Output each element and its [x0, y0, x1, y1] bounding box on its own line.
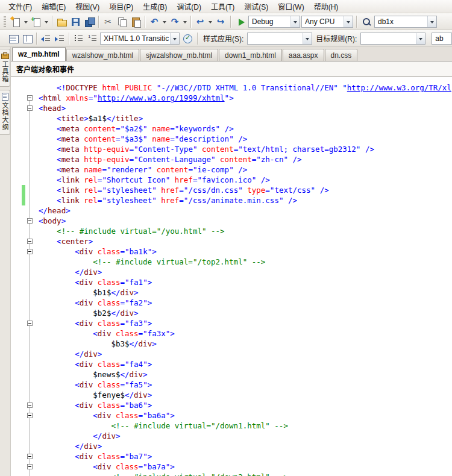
code-line[interactable]: <head>: [11, 103, 452, 113]
undo-icon[interactable]: [148, 15, 161, 28]
chevron-down-icon[interactable]: [303, 33, 312, 44]
code-line[interactable]: </div>: [11, 431, 452, 441]
view-code-icon[interactable]: [7, 32, 20, 45]
menu-item[interactable]: 视图(V): [71, 0, 104, 13]
cut-icon[interactable]: [101, 15, 115, 28]
code-line[interactable]: </div>: [11, 441, 452, 451]
chevron-down-icon[interactable]: [162, 15, 168, 28]
code-line[interactable]: </div>: [11, 267, 452, 277]
chevron-down-icon[interactable]: [427, 16, 436, 27]
code-line[interactable]: <div class="fa1">: [11, 277, 452, 287]
collapse-region-icon[interactable]: [27, 464, 33, 469]
code-line-text[interactable]: <div class="ba1k">: [35, 246, 452, 257]
code-line-text[interactable]: <div class="fa1">: [35, 277, 452, 287]
document-tab[interactable]: aaa.aspx: [283, 49, 324, 61]
code-line[interactable]: <div class="fa5">: [11, 380, 452, 390]
code-line-text[interactable]: <!-- #include virtual="/top2.html" -->: [35, 257, 452, 267]
menu-item[interactable]: 调试(D): [172, 0, 206, 13]
document-tab[interactable]: wzalshow_mb.html: [66, 49, 139, 61]
code-line-text[interactable]: <!-- #include virtual="/down2.html" -->: [35, 472, 452, 476]
code-line[interactable]: <title>$a1$</title>: [11, 113, 452, 124]
code-line[interactable]: $b1$</div>: [11, 287, 452, 298]
code-line-text[interactable]: <meta http-equiv="Content-Language" cont…: [35, 154, 452, 164]
chevron-down-icon[interactable]: [344, 16, 353, 27]
code-line-text[interactable]: $b2$</div>: [35, 308, 452, 318]
code-line-text[interactable]: <div class="ba6">: [35, 400, 452, 410]
code-line[interactable]: <div class="ba1k">: [11, 246, 452, 257]
code-line[interactable]: <center>: [11, 236, 452, 246]
collapse-region-icon[interactable]: [27, 413, 33, 418]
code-line[interactable]: <body>: [11, 216, 452, 226]
side-tab[interactable]: 工具箱: [0, 49, 10, 87]
doctype-combo[interactable]: XHTML 1.0 Transitic: [100, 33, 180, 45]
bullet-list-icon[interactable]: [72, 32, 85, 45]
code-line-text[interactable]: <div class="fa5">: [35, 380, 452, 390]
navigate-forward-icon[interactable]: [214, 15, 227, 28]
code-line-text[interactable]: <div class="ba6a">: [35, 410, 452, 421]
code-line-text[interactable]: <meta content="$a2$" name="keywords" />: [35, 124, 452, 134]
code-line[interactable]: <div class="fa4">: [11, 359, 452, 369]
save-all-icon[interactable]: [83, 15, 96, 28]
save-icon[interactable]: [69, 15, 82, 28]
code-line-text[interactable]: <html xmlns="http://www.w3.org/1999/xhtm…: [35, 93, 452, 103]
code-line[interactable]: $b3$</div>: [11, 339, 452, 349]
menu-item[interactable]: 窗口(W): [273, 0, 309, 13]
validate-doctype-icon[interactable]: [181, 32, 194, 45]
code-line-text[interactable]: </div>: [35, 349, 452, 359]
code-line[interactable]: $news$</div>: [11, 369, 452, 380]
document-tab[interactable]: dn.css: [325, 49, 358, 61]
side-tab[interactable]: 文档大纲: [0, 90, 10, 135]
toolbar-grip[interactable]: [4, 16, 6, 27]
code-line-text[interactable]: </div>: [35, 441, 452, 451]
code-line-text[interactable]: $b1$</div>: [35, 287, 452, 298]
new-item-icon[interactable]: [9, 15, 22, 28]
redo-icon[interactable]: [168, 15, 181, 28]
code-line[interactable]: </head>: [11, 205, 452, 216]
code-line[interactable]: <meta content="$a3$" name="description" …: [11, 134, 452, 144]
target-rule-combo[interactable]: [360, 33, 425, 45]
code-line-text[interactable]: <body>: [35, 216, 452, 226]
code-line[interactable]: <div class="ba7a">: [11, 462, 452, 472]
style-apply-combo[interactable]: [247, 33, 312, 45]
chevron-down-icon[interactable]: [207, 15, 213, 28]
code-line[interactable]: <link rel="stylesheet" href="/css/dn.css…: [11, 185, 452, 195]
navigate-back-icon[interactable]: [193, 15, 207, 28]
collapse-region-icon[interactable]: [27, 95, 33, 101]
collapse-region-icon[interactable]: [27, 105, 33, 111]
chevron-down-icon[interactable]: [416, 33, 425, 44]
solution-platform-combo[interactable]: Any CPU: [301, 16, 353, 28]
code-line-text[interactable]: <link rel="stylesheet" href="/css/animat…: [35, 195, 452, 205]
chevron-down-icon[interactable]: [182, 15, 188, 28]
menu-item[interactable]: 编辑(E): [37, 0, 71, 13]
collapse-region-icon[interactable]: [27, 249, 33, 254]
collapse-region-icon[interactable]: [27, 218, 33, 224]
code-line-text[interactable]: <div class="fa3">: [35, 318, 452, 328]
code-line-text[interactable]: $fenye$</div>: [35, 390, 452, 400]
code-line-text[interactable]: <link rel="stylesheet" href="/css/dn.css…: [35, 185, 452, 195]
code-line-text[interactable]: <div class="ba7a">: [35, 462, 452, 472]
clipped-toolbar-combo[interactable]: ab: [432, 33, 452, 45]
code-line[interactable]: <!-- #include virtual="/top2.html" -->: [11, 257, 452, 267]
code-line-text[interactable]: <center>: [35, 236, 452, 246]
code-line[interactable]: <html xmlns="http://www.w3.org/1999/xhtm…: [11, 93, 452, 103]
code-line[interactable]: <meta name="renderer" content="ie-comp" …: [11, 164, 452, 175]
find-icon[interactable]: [360, 15, 373, 28]
menu-item[interactable]: 文件(F): [4, 0, 37, 13]
code-line-text[interactable]: <head>: [35, 103, 452, 113]
code-line-text[interactable]: <div class="fa4">: [35, 359, 452, 369]
code-line[interactable]: $fenye$</div>: [11, 390, 452, 400]
document-tab[interactable]: wz_mb.html: [12, 47, 66, 61]
code-line[interactable]: <!DOCTYPE html PUBLIC "-//W3C//DTD XHTML…: [11, 83, 452, 93]
code-line-text[interactable]: <div class="fa3x">: [35, 328, 452, 339]
code-line-text[interactable]: <link rel="Shortcut Icon" href="favicon.…: [35, 175, 452, 185]
code-line[interactable]: <div class="ba6a">: [11, 410, 452, 421]
code-line[interactable]: <!-- #include virtual="/you.html" -->: [11, 226, 452, 236]
copy-icon[interactable]: [115, 15, 128, 28]
debug-configuration-combo[interactable]: Debug: [248, 16, 300, 28]
navigation-bar-selection[interactable]: 客户端对象和事件: [16, 64, 74, 74]
code-line-text[interactable]: <meta http-equiv="Content-Type" content=…: [35, 144, 452, 154]
code-line-text[interactable]: $news$</div>: [35, 369, 452, 380]
code-line[interactable]: <div class="fa3x">: [11, 328, 452, 339]
document-tab[interactable]: sjwzalshow_mb.html: [140, 49, 218, 61]
code-line-text[interactable]: <meta name="renderer" content="ie-comp" …: [35, 164, 452, 175]
